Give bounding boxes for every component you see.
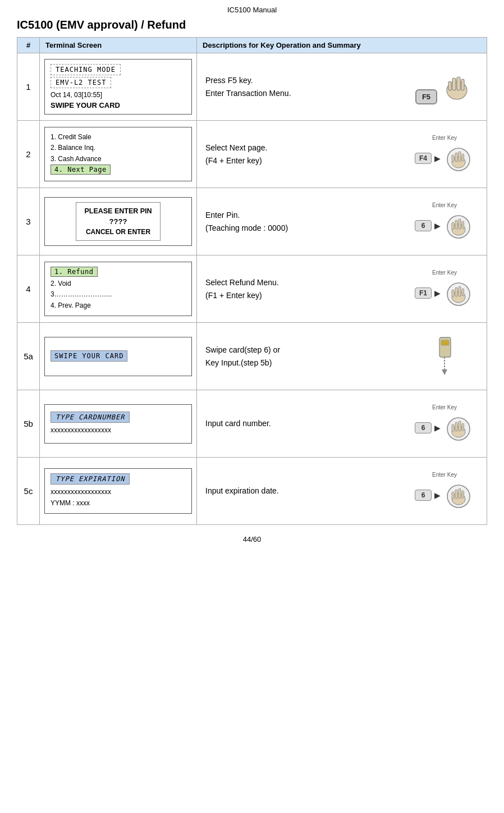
function-key: 6	[415, 422, 432, 433]
page-title: IC5100 Manual	[17, 6, 487, 14]
screen-selected-text: 1. Refund	[51, 267, 98, 277]
table-row: 21. Credit Sale2. Balance Inq.3. Cash Ad…	[17, 121, 487, 188]
screen-box: SWIPE YOUR CARD	[44, 337, 192, 376]
screen-type-highlight-text: TYPE EXPIRATION	[51, 473, 130, 485]
screen-box: TYPE CARDNUMBERxxxxxxxxxxxxxxxxxx	[44, 404, 192, 444]
svg-rect-15	[462, 221, 464, 229]
arrow-icon: ▶	[434, 154, 441, 163]
table-row: 1TEACHING MODEEMV-L2 TESTOct 14, 03[10:5…	[17, 53, 487, 121]
key-label: Enter Key	[432, 472, 457, 478]
key-illustration: Enter Key6▶	[411, 404, 478, 443]
col-header-desc: Descriptions for Key Operation and Summa…	[197, 38, 487, 53]
svg-rect-4	[448, 81, 451, 90]
function-key: F4	[415, 153, 432, 164]
svg-marker-26	[442, 369, 447, 375]
screen-normal-text: YYMM : xxxx	[51, 498, 90, 509]
svg-rect-14	[459, 219, 461, 229]
screen-normal-text: 4. Prev. Page	[51, 300, 91, 311]
enter-key-circle	[443, 479, 474, 510]
screen-normal-text: 2. Void	[51, 278, 71, 289]
col-header-num: #	[17, 38, 40, 53]
function-key: 6	[415, 490, 432, 501]
screen-selected-text: 4. Next Page	[51, 165, 111, 175]
desc-cell: Select Refund Menu.(F1 + Enter key)Enter…	[197, 255, 487, 323]
screen-cell: SWIPE YOUR CARD	[40, 323, 197, 390]
desc-text: Press F5 key.Enter Transaction Menu.	[205, 74, 291, 99]
key-illustration: F5	[411, 69, 478, 104]
card-swipe-icon	[429, 335, 460, 378]
screen-normal-text: 3. Cash Advance	[51, 154, 102, 165]
svg-rect-24	[441, 340, 449, 345]
svg-rect-2	[457, 77, 460, 90]
screen-cell: 1. Credit Sale2. Balance Inq.3. Cash Adv…	[40, 121, 197, 188]
screen-box: PLEASE ENTER PIN????CANCEL OR ENTER	[44, 197, 192, 246]
desc-cell: Select Next page.(F4 + Enter key)Enter K…	[197, 121, 487, 188]
row-number: 1	[17, 53, 40, 121]
svg-rect-9	[462, 154, 464, 161]
function-key: F1	[415, 287, 432, 299]
screen-dashed-text: EMV-L2 TEST	[51, 77, 111, 88]
arrow-icon: ▶	[434, 423, 441, 432]
screen-type-highlight-text: TYPE CARDNUMBER	[51, 412, 130, 423]
row-number: 4	[17, 255, 40, 323]
screen-box: TYPE EXPIRATIONxxxxxxxxxxxxxxxxxxYYMM : …	[44, 468, 192, 513]
key-illustration: Enter Key6▶	[411, 472, 478, 510]
screen-bold-text: SWIPE YOUR CARD	[51, 101, 120, 109]
row-number: 5a	[17, 323, 40, 390]
key-illustration: Enter KeyF1▶	[411, 270, 478, 308]
screen-normal-text: 1. Credit Sale	[51, 132, 91, 143]
key-label: Enter Key	[432, 202, 457, 208]
svg-rect-29	[455, 422, 457, 431]
key-label: Enter Key	[432, 404, 457, 410]
screen-dashed-text: TEACHING MODE	[51, 64, 121, 75]
enter-key-circle	[443, 210, 474, 241]
svg-rect-38	[452, 492, 454, 499]
svg-rect-30	[459, 421, 461, 431]
screen-normal-text: Oct 14, 03[10:55]	[51, 90, 102, 101]
desc-cell: Enter Pin.(Teaching mode : 0000)Enter Ke…	[197, 188, 487, 255]
svg-rect-1	[452, 78, 456, 90]
screen-normal-text: 2. Balance Inq.	[51, 143, 95, 153]
screen-cell: TYPE CARDNUMBERxxxxxxxxxxxxxxxxxx	[40, 390, 197, 458]
svg-rect-37	[462, 491, 464, 498]
screen-normal-text: xxxxxxxxxxxxxxxxxx	[51, 425, 111, 436]
please-enter-box: PLEASE ENTER PIN????CANCEL OR ENTER	[76, 202, 160, 241]
screen-normal-text: 3……………………..	[51, 289, 112, 300]
desc-text: Input card number.	[205, 417, 271, 430]
desc-cell: Swipe card(step 6) orKey Input.(step 5b)	[197, 323, 487, 390]
desc-cell: Input card number.Enter Key6▶	[197, 390, 487, 458]
screen-box: 1. Credit Sale2. Balance Inq.3. Cash Adv…	[44, 127, 192, 181]
screen-cell: TEACHING MODEEMV-L2 TESTOct 14, 03[10:55…	[40, 53, 197, 121]
key-illustration	[411, 335, 478, 378]
col-header-screen: Terminal Screen	[40, 38, 197, 53]
function-key: 6	[415, 220, 432, 231]
arrow-icon: ▶	[434, 491, 441, 500]
key-illustration: Enter Key6▶	[411, 202, 478, 241]
svg-rect-19	[455, 287, 457, 296]
desc-text: Select Next page.(F4 + Enter key)	[205, 141, 268, 167]
svg-rect-16	[452, 222, 454, 229]
key-illustration: Enter KeyF4▶	[411, 135, 478, 173]
hand-icon	[440, 69, 474, 104]
row-number: 2	[17, 121, 40, 188]
screen-cell: TYPE EXPIRATIONxxxxxxxxxxxxxxxxxxYYMM : …	[40, 458, 197, 525]
desc-cell: Input expiration date.Enter Key6▶	[197, 458, 487, 525]
key-label: Enter Key	[432, 135, 457, 141]
row-number: 3	[17, 188, 40, 255]
table-row: 3PLEASE ENTER PIN????CANCEL OR ENTEREnte…	[17, 188, 487, 255]
svg-rect-13	[455, 220, 457, 229]
enter-key-circle	[443, 277, 474, 308]
desc-text: Swipe card(step 6) orKey Input.(step 5b)	[205, 344, 280, 369]
table-row: 5bTYPE CARDNUMBERxxxxxxxxxxxxxxxxxxInput…	[17, 390, 487, 458]
svg-rect-7	[455, 153, 457, 162]
screen-highlight-text: SWIPE YOUR CARD	[51, 350, 127, 362]
f5-key: F5	[415, 89, 437, 104]
svg-rect-21	[462, 289, 464, 296]
desc-cell: Press F5 key.Enter Transaction Menu.F5	[197, 53, 487, 121]
table-row: 5aSWIPE YOUR CARDSwipe card(step 6) orKe…	[17, 323, 487, 390]
svg-rect-35	[455, 490, 457, 499]
enter-key-circle	[443, 143, 474, 173]
row-number: 5b	[17, 390, 40, 458]
arrow-icon: ▶	[434, 289, 441, 298]
page-footer: 44/60	[17, 535, 487, 543]
